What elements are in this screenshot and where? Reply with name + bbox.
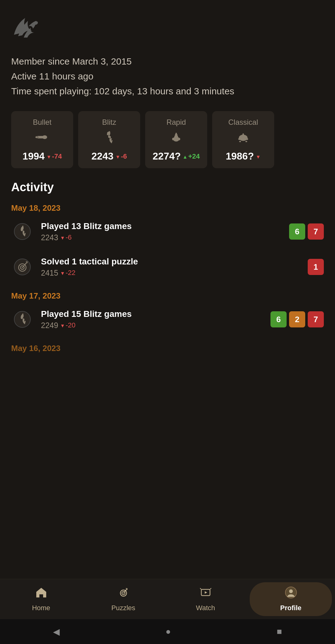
puzzle-sub: 2415 -22 — [41, 268, 300, 277]
logo-section — [0, 0, 335, 48]
home-icon — [35, 586, 47, 601]
svg-marker-2 — [37, 136, 44, 138]
blitz-games-text-2: Played 15 Blitz games 2249 -20 — [41, 309, 263, 330]
bottom-nav: Home Puzzles Watch — [0, 579, 335, 619]
svg-rect-19 — [243, 133, 244, 136]
blitz-badges: 6 7 — [289, 223, 324, 240]
badge-red-1: 1 — [308, 259, 324, 275]
blitz-activity-icon — [11, 220, 34, 243]
svg-point-41 — [289, 589, 293, 593]
activity-date-may16: May 16, 2023 — [11, 344, 324, 353]
blitz-activity-icon-2 — [11, 308, 34, 331]
puzzles-icon — [117, 586, 130, 601]
svg-line-38 — [200, 588, 201, 589]
bullet-change: -74 — [47, 152, 62, 160]
svg-point-29 — [14, 311, 30, 327]
watch-icon — [199, 586, 212, 601]
svg-point-15 — [238, 138, 241, 140]
rapid-label: Rapid — [167, 118, 186, 127]
svg-point-18 — [245, 141, 247, 142]
rating-card-blitz[interactable]: Blitz 2243 -6 — [78, 111, 140, 168]
rating-card-classical[interactable]: Classical 1986? — [212, 111, 274, 168]
puzzle-activity-icon — [11, 256, 34, 278]
blitz-games-main-2: Played 15 Blitz games — [41, 309, 263, 319]
rapid-value: 2274? +24 — [153, 151, 200, 162]
puzzle-main: Solved 1 tactical puzzle — [41, 257, 300, 267]
classical-value: 1986? — [226, 151, 261, 162]
badge-green-6b: 6 — [270, 311, 287, 327]
nav-item-watch[interactable]: Watch — [164, 579, 247, 619]
nav-item-profile[interactable]: Profile — [250, 582, 332, 616]
lichess-logo-icon — [11, 12, 39, 40]
classical-change — [256, 152, 261, 160]
time-spent-text: Time spent playing: 102 days, 13 hours a… — [11, 84, 324, 99]
nav-item-puzzles[interactable]: Puzzles — [82, 579, 164, 619]
home-button[interactable]: ● — [166, 627, 171, 637]
blitz-games-sub: 2243 -6 — [41, 233, 282, 242]
blitz-change: -6 — [115, 152, 127, 160]
activity-item-blitz-may17[interactable]: Played 15 Blitz games 2249 -20 6 2 7 — [11, 308, 324, 334]
svg-point-20 — [14, 223, 30, 240]
blitz-games-text: Played 13 Blitz games 2243 -6 — [41, 221, 282, 242]
rating-card-rapid[interactable]: Rapid 2274? +24 — [145, 111, 207, 168]
home-label: Home — [32, 604, 50, 612]
profile-icon — [285, 586, 297, 601]
svg-point-10 — [172, 138, 174, 140]
watch-label: Watch — [196, 604, 215, 612]
svg-point-11 — [178, 138, 180, 140]
bullet-value: 1994 -74 — [23, 151, 62, 162]
activity-date-may17: May 17, 2023 — [11, 291, 324, 301]
activity-item-puzzle-may18[interactable]: Solved 1 tactical puzzle 2415 -22 1 — [11, 256, 324, 281]
puzzle-badges: 1 — [308, 259, 324, 275]
activity-section: Activity May 18, 2023 Played 13 Blitz ga… — [0, 174, 335, 367]
blitz-games-main: Played 13 Blitz games — [41, 221, 282, 231]
puzzles-label: Puzzles — [111, 604, 135, 612]
svg-point-16 — [246, 138, 248, 140]
puzzle-text: Solved 1 tactical puzzle 2415 -22 — [41, 257, 300, 277]
blitz-badges-2: 6 2 7 — [270, 311, 324, 327]
blitz-value: 2243 -6 — [92, 151, 127, 162]
blitz-label: Blitz — [102, 118, 116, 127]
activity-item-blitz-may18[interactable]: Played 13 Blitz games 2243 -6 6 7 — [11, 220, 324, 246]
classical-label: Classical — [228, 118, 258, 127]
bullet-label: Bullet — [33, 118, 51, 127]
activity-date-may18: May 18, 2023 — [11, 203, 324, 213]
back-button[interactable]: ◀ — [53, 627, 60, 637]
profile-label: Profile — [280, 604, 301, 612]
recent-button[interactable]: ■ — [277, 627, 282, 637]
svg-rect-9 — [176, 133, 177, 135]
nav-item-home[interactable]: Home — [0, 579, 82, 619]
member-since-text: Member since March 3, 2015 — [11, 54, 324, 69]
badge-red-7: 7 — [308, 223, 324, 240]
rating-cards: Bullet 1994 -74 Blitz — [0, 108, 335, 174]
activity-title: Activity — [11, 181, 324, 194]
svg-point-24 — [22, 267, 23, 268]
badge-orange-2: 2 — [289, 311, 305, 327]
classical-icon — [236, 130, 251, 147]
active-text: Active 11 hours ago — [11, 69, 324, 84]
badge-red-7b: 7 — [308, 311, 324, 327]
profile-info: Member since March 3, 2015 Active 11 hou… — [0, 48, 335, 108]
svg-point-32 — [123, 593, 124, 594]
rapid-icon — [169, 130, 184, 147]
svg-point-17 — [239, 141, 241, 142]
bullet-icon — [35, 130, 50, 147]
blitz-icon — [102, 130, 117, 147]
blitz-games-sub-2: 2249 -20 — [41, 321, 263, 330]
rating-card-bullet[interactable]: Bullet 1994 -74 — [11, 111, 73, 168]
rapid-change: +24 — [183, 152, 200, 160]
badge-green-6: 6 — [289, 223, 305, 240]
system-nav-bar: ◀ ● ■ — [0, 619, 335, 644]
main-content: Member since March 3, 2015 Active 11 hou… — [0, 0, 335, 417]
svg-line-39 — [210, 588, 211, 589]
